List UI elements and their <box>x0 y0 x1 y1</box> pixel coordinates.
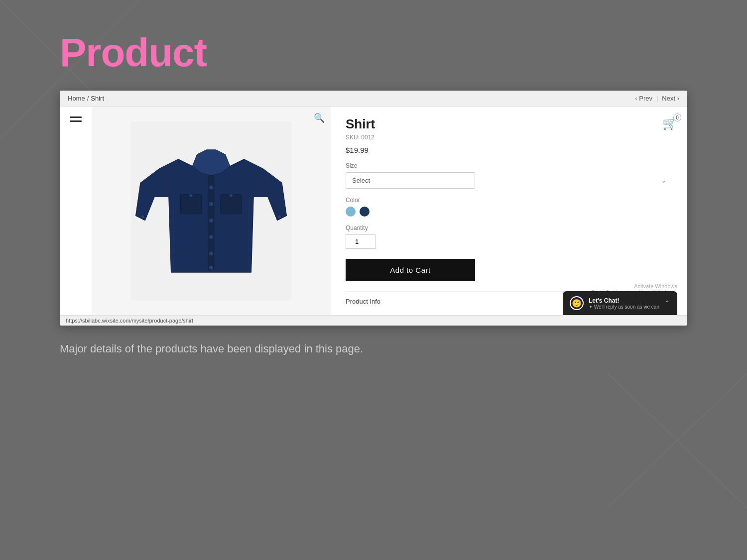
size-select[interactable]: Select XS S M L XL <box>346 172 475 189</box>
browser-window: Home / Shirt ‹ Prev | Next › 🔍 <box>60 91 687 326</box>
svg-point-11 <box>209 265 213 269</box>
cart-count: 0 <box>673 113 681 121</box>
browser-nav-bar: Home / Shirt ‹ Prev | Next › <box>60 91 687 107</box>
pagination: ‹ Prev | Next › <box>635 95 679 102</box>
url-bar: https://sbillabc.wixsite.com/mysite/prod… <box>60 315 687 326</box>
quantity-input[interactable] <box>346 234 375 249</box>
chat-chevron-icon: ⌃ <box>664 299 670 307</box>
svg-line-2 <box>608 373 747 508</box>
color-swatch-dark-blue[interactable] <box>360 207 370 217</box>
cart-badge: 🛒 0 <box>662 116 677 130</box>
url-text: https://sbillabc.wixsite.com/mysite/prod… <box>66 318 193 324</box>
chat-text-block: Let's Chat! ✦ We'll reply as soon as we … <box>589 297 659 310</box>
product-price: $19.99 <box>346 146 672 154</box>
chat-subtitle: ✦ We'll reply as soon as we can <box>589 304 659 310</box>
color-section: Color <box>346 197 672 217</box>
svg-point-15 <box>229 193 233 197</box>
color-label: Color <box>346 197 672 204</box>
product-image <box>126 121 296 301</box>
quantity-label: Quantity <box>346 224 672 231</box>
breadcrumb-home[interactable]: Home <box>68 95 85 102</box>
page-title: Product <box>0 0 747 91</box>
svg-point-19 <box>278 215 282 219</box>
svg-point-13 <box>189 193 193 197</box>
size-select-wrapper: Select XS S M L XL ⌄ <box>346 172 672 189</box>
chat-widget[interactable]: 🙂 Let's Chat! ✦ We'll reply as soon as w… <box>563 291 677 315</box>
product-image-area: 🔍 <box>92 107 331 315</box>
watermark-line1: Activate Windows <box>591 283 677 289</box>
prev-link[interactable]: ‹ Prev <box>635 95 652 102</box>
hamburger-line-1 <box>70 116 82 118</box>
breadcrumb-separator: / <box>87 95 89 102</box>
svg-point-9 <box>209 234 213 239</box>
chat-title: Let's Chat! <box>589 297 659 304</box>
next-link[interactable]: Next › <box>662 95 679 102</box>
sidebar-toggle-button[interactable] <box>60 107 92 315</box>
add-to-cart-button[interactable]: Add to Cart <box>346 259 475 281</box>
pagination-separator: | <box>656 95 658 102</box>
svg-point-18 <box>141 215 145 219</box>
product-sku: SKU: 0012 <box>346 134 672 141</box>
color-swatch-light-blue[interactable] <box>346 207 356 217</box>
cart-icon-area[interactable]: 🛒 0 <box>662 116 677 130</box>
color-swatches <box>346 207 672 217</box>
page-subtitle: Major details of the products have been … <box>60 340 408 357</box>
svg-line-3 <box>608 373 747 508</box>
breadcrumb-current: Shirt <box>91 95 104 102</box>
hamburger-icon <box>70 116 82 122</box>
hamburger-line-2 <box>70 120 82 122</box>
svg-point-6 <box>209 185 213 189</box>
svg-point-10 <box>209 251 213 255</box>
quantity-section: Quantity <box>346 224 672 249</box>
product-details: 🛒 0 Shirt SKU: 0012 $19.99 Size Select X… <box>331 107 687 315</box>
chevron-down-icon: ⌄ <box>661 177 666 184</box>
product-name: Shirt <box>346 116 672 132</box>
image-search-icon[interactable]: 🔍 <box>314 112 325 123</box>
svg-point-8 <box>209 218 213 223</box>
chat-smiley-icon: 🙂 <box>570 296 584 310</box>
size-label: Size <box>346 162 672 169</box>
svg-point-7 <box>209 202 213 206</box>
product-page: 🔍 <box>60 107 687 315</box>
breadcrumb: Home / Shirt <box>68 95 104 102</box>
